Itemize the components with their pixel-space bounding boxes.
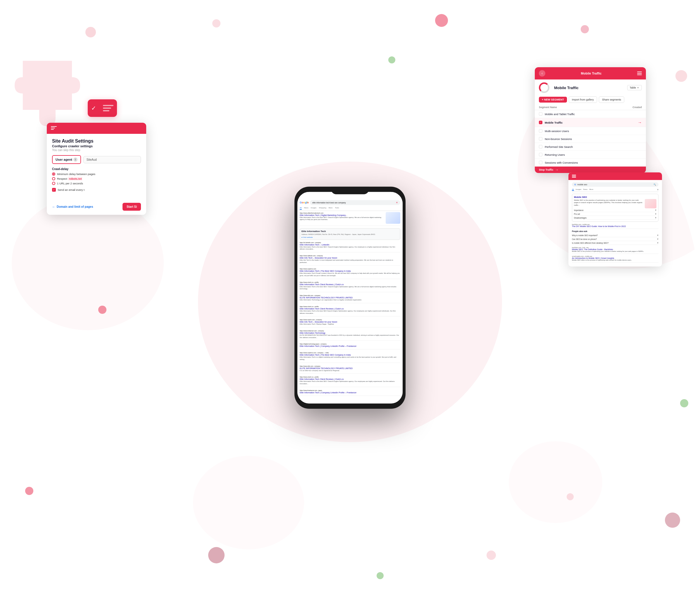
segments-title: Mobile Traffic (581, 72, 602, 75)
back-link-text: Domain and limit of pages (57, 205, 93, 208)
svg-point-8 (581, 25, 589, 33)
segment-checkbox-3[interactable] (539, 129, 542, 133)
segment-name-6: Returning Users (545, 153, 616, 156)
result-url-13: https://www.clutch.co › profile (300, 376, 400, 378)
paa-diff[interactable]: Is mobile SEO different from desktop SEO… (572, 241, 658, 245)
accordion-disadvantages[interactable]: Disadvantages ∨ (574, 216, 656, 220)
featured-snippet-body: Mobile SEO is the practice of optimizing… (574, 199, 656, 208)
svg-point-7 (435, 14, 448, 27)
paa-why[interactable]: Why is mobile SEO important? ∨ (572, 234, 658, 237)
search-result-3: https://www.daftube.com › company Elite … (300, 255, 400, 266)
paa-diff-label: Is mobile SEO different from desktop SEO… (572, 242, 608, 244)
paa-phone-label: Can SEO be done on phone? (572, 238, 597, 240)
search-results: https://www.eliteinformationtech.com Eli… (297, 211, 403, 399)
paa-expand-icon-3: ∨ (657, 242, 658, 244)
svg-point-18 (98, 306, 106, 314)
segment-row-6[interactable]: Returning Users (535, 151, 646, 159)
featured-snippet: Mobile SEO Mobile SEO is the practice of… (572, 194, 658, 222)
segment-checkbox-1[interactable] (539, 112, 542, 116)
result-title-10: Elite Information Tech | Company LinkedI… (300, 345, 400, 347)
email-checkbox-row[interactable]: Send an email every t (52, 188, 141, 192)
accordion-expand-icon-2: ∨ (655, 213, 656, 215)
featured-snippet-image (645, 199, 656, 208)
accordion-label-disadvantages: Disadvantages (574, 217, 586, 219)
google-tabs: All News Images Shopping More Tools (297, 206, 403, 211)
accordion-label-importance: Importance (574, 209, 584, 211)
segment-row-5[interactable]: Performed Site Search (535, 143, 646, 151)
accordion-pro[interactable]: Pro set ∨ (574, 212, 656, 216)
back-to-domain-link[interactable]: ← Domain and limit of pages (52, 205, 93, 209)
kp-link: ● Visit website (301, 236, 399, 238)
mobile-seo-guide-result: backlinko.com › mobile-seo The DIY Mobil… (572, 224, 658, 229)
radio-min-delay[interactable]: Minimum delay between pages (52, 173, 141, 176)
result-title-2: Elite Information Tech – LinkedIn (300, 243, 400, 245)
segments-info: Mobile Traffic (554, 86, 623, 90)
ms-tab-more: More (589, 188, 593, 191)
radio-min-delay-dot[interactable] (52, 173, 55, 176)
segment-row-4[interactable]: Non-bounce Sessions (535, 135, 646, 143)
segment-row-7[interactable]: Sessions with Conversions (535, 159, 646, 166)
import-from-gallery-button[interactable]: Import from gallery (569, 97, 597, 103)
result-title-11: Elite Information Tech | The Best SEO Co… (300, 354, 400, 356)
result-title-7: Elite Information Tech Client Reviews | … (300, 308, 400, 310)
segment-row-3[interactable]: Multi-session Users (535, 127, 646, 135)
email-checkbox-label: Send an email every t (58, 188, 84, 191)
result-title-13: Elite Information Tech Client Reviews | … (300, 378, 400, 380)
search-result-7: https://www.clutch.co › profile Elite In… (300, 306, 400, 316)
result-snippet-3: Elite Info Tech is the leader in most in… (300, 259, 400, 264)
segment-checkbox-5[interactable] (539, 145, 542, 149)
share-segments-button[interactable]: Share segments (599, 97, 625, 103)
radio-robots[interactable]: Respect robots.txt (52, 177, 141, 180)
svg-point-6 (212, 19, 221, 27)
result-title-8: Elite Info Tech – Education for your fut… (300, 321, 400, 323)
result-snippet-13: Elite Information Tech is the best SEO /… (300, 380, 400, 385)
tab-tools: Tools (335, 207, 339, 210)
accordion-importance[interactable]: Importance ∨ (574, 208, 656, 212)
ms-result-title-1: Mobile SEO: The Definitive Guide - Backl… (572, 248, 658, 251)
google-search-screenshot: Google elite information tech best seo c… (297, 192, 403, 403)
email-checkbox[interactable] (52, 188, 56, 192)
mobile-search-query: mobile seo (577, 184, 587, 186)
hamburger-icon (51, 126, 57, 130)
new-segment-button[interactable]: + NEW SEGMENT (539, 97, 567, 103)
result-url-10: https://digital-technology.japan › compa… (300, 343, 400, 345)
search-result-13: https://www.clutch.co › profile Elite In… (300, 376, 400, 387)
result-title-9: Elite Information Technology (300, 332, 400, 334)
segments-actions: + NEW SEGMENT Import from gallery Share … (535, 95, 646, 105)
result-title-12: ELITE INFORMATION TECHNOLOGY PRIVATE LIM… (300, 367, 400, 369)
segment-checkbox-4[interactable] (539, 137, 542, 140)
radio-1url-dot[interactable] (52, 182, 55, 185)
segments-menu-icon[interactable] (637, 72, 642, 75)
radio-1url[interactable]: 1 URL per 2 seconds (52, 182, 141, 185)
segment-row-2[interactable]: Mobile Traffic → (535, 118, 646, 127)
segment-arrow-2: → (638, 120, 642, 125)
result-snippet-12: It is an Elite-four company and is regis… (300, 369, 400, 372)
radio-robots-label: Respect robots.txt (57, 177, 82, 180)
start-site-audit-button[interactable]: Start Si (123, 203, 141, 211)
search-result-12: https://www.dnb.com › company ELITE INFO… (300, 365, 400, 374)
svg-point-15 (486, 551, 496, 560)
back-button[interactable]: ‹ (539, 70, 545, 77)
segment-row-1[interactable]: Mobile and Tablet Traffic (535, 110, 646, 118)
phone-shell: Google elite information tech best seo c… (295, 186, 405, 409)
paa-phone[interactable]: Can SEO be done on phone? ∨ (572, 237, 658, 241)
segment-name-4: Non-bounce Sessions (545, 137, 616, 140)
mobile-seo-menu-icon[interactable] (572, 175, 576, 178)
audit-skip-text: You can skip this step (52, 149, 141, 152)
radio-robots-dot[interactable] (52, 177, 55, 180)
table-tab[interactable]: Table ▼ (627, 85, 642, 90)
segment-checkbox-6[interactable] (539, 153, 542, 156)
segment-checkbox-2[interactable] (539, 121, 542, 124)
ms-tab-news: News (583, 188, 588, 191)
svg-point-12 (377, 572, 384, 579)
ms-result-title-2: An Introduction to Mobile SEO | Smart In… (572, 257, 658, 259)
check-line-2 (103, 108, 111, 109)
segment-checkbox-7[interactable] (539, 161, 542, 164)
user-agent-label: User agent i (52, 155, 81, 164)
svg-point-10 (388, 56, 395, 63)
svg-point-4 (509, 441, 602, 523)
audit-subtitle: Configure crawler settings (52, 145, 141, 148)
result-snippet-5: Elite Information Tech is the best SEO /… (300, 286, 400, 290)
donut-chart (539, 82, 549, 93)
audit-title: Site Audit Settings (52, 138, 141, 144)
